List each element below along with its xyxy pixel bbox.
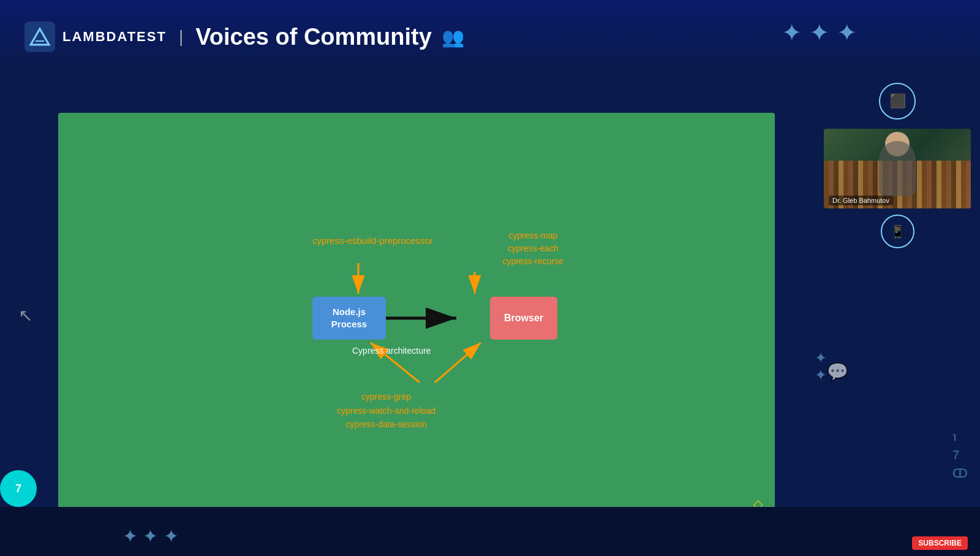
tablet-icon: ⬛	[889, 93, 906, 109]
browser-box: Browser	[490, 297, 557, 340]
chat-icon[interactable]: 💬	[827, 362, 848, 382]
nodejs-box: Node.js Process	[312, 297, 386, 340]
arch-label: Cypress architecture	[352, 346, 431, 356]
live-indicator: 7	[0, 470, 37, 507]
deco-numbers: ℩7ↀ	[952, 427, 968, 482]
slide-container: cypress-esbuild-preprocessor cypress-map…	[58, 113, 775, 517]
plugin-map-label: cypress-map cypress-each cypress-recurse	[502, 229, 564, 268]
phone-icon: 📱	[890, 224, 905, 239]
svg-line-5	[435, 343, 481, 383]
speaker-silhouette	[879, 141, 916, 196]
right-sparkle-decoration: ✦ ✦	[815, 349, 827, 384]
phone-button[interactable]: 📱	[881, 215, 914, 248]
community-icon: 👥	[442, 26, 464, 48]
logo-area: LAMBDATEST	[24, 21, 167, 52]
speaker-name-label: Dr. Gleb Bahmutov	[829, 196, 893, 205]
page-title: Voices of Community	[195, 24, 432, 50]
right-sidebar: ⬛ Dr. Gleb Bahmutov 📱 ✦ ✦ 💬 ℩7ↀ	[815, 74, 980, 556]
main-content: ↖ 7 ↻	[0, 74, 980, 556]
tablet-button[interactable]: ⬛	[879, 83, 916, 120]
arch-diagram: cypress-esbuild-preprocessor cypress-map…	[263, 199, 570, 432]
camera-feed: Dr. Gleb Bahmutov	[824, 129, 971, 208]
plugin-grep-label: cypress-grep cypress-watch-and-reload cy…	[337, 390, 435, 431]
plugin-esbuild-label: cypress-esbuild-preprocessor	[312, 235, 433, 246]
header: LAMBDATEST | Voices of Community 👥 ✦ ✦ ✦	[0, 0, 980, 74]
logo-text: LAMBDATEST	[62, 29, 167, 45]
cursor-icon: ↖	[18, 305, 32, 325]
lambdatest-logo-icon	[24, 21, 55, 52]
bottom-bar: ✦ ✦ ✦ SUBSCRIBE	[0, 507, 980, 556]
bottom-sparkle-decoration: ✦ ✦ ✦	[123, 525, 179, 547]
sparkle-decoration: ✦ ✦ ✦	[782, 18, 858, 47]
header-divider: |	[179, 27, 183, 47]
svg-rect-0	[24, 21, 55, 52]
subscribe-button[interactable]: SUBSCRIBE	[912, 536, 968, 550]
slide-panel: ↖ 7 ↻	[0, 74, 815, 556]
